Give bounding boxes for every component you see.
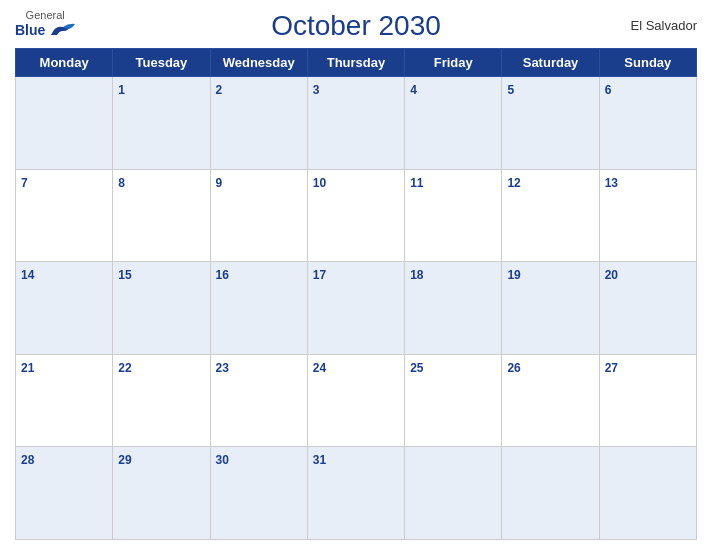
weekday-header-thursday: Thursday [307,49,404,77]
day-number: 7 [21,176,28,190]
calendar-cell: 17 [307,262,404,355]
day-number: 16 [216,268,229,282]
day-number: 24 [313,361,326,375]
calendar-cell: 18 [405,262,502,355]
calendar-cell: 10 [307,169,404,262]
calendar-cell: 4 [405,77,502,170]
weekday-header-friday: Friday [405,49,502,77]
calendar-cell: 3 [307,77,404,170]
country-label: El Salvador [631,18,697,33]
day-number: 6 [605,83,612,97]
calendar-cell: 27 [599,354,696,447]
calendar-cell: 12 [502,169,599,262]
day-number: 15 [118,268,131,282]
day-number: 25 [410,361,423,375]
day-number: 27 [605,361,618,375]
calendar-cell [16,77,113,170]
weekday-header-saturday: Saturday [502,49,599,77]
calendar-cell: 31 [307,447,404,540]
calendar-cell: 19 [502,262,599,355]
logo-blue-text: Blue [15,23,45,37]
day-number: 11 [410,176,423,190]
day-number: 3 [313,83,320,97]
day-number: 14 [21,268,34,282]
calendar-cell: 1 [113,77,210,170]
calendar-cell: 30 [210,447,307,540]
calendar-cell: 24 [307,354,404,447]
weekday-header-monday: Monday [16,49,113,77]
calendar-cell: 5 [502,77,599,170]
calendar-cell: 26 [502,354,599,447]
calendar-cell: 6 [599,77,696,170]
calendar-week-row: 78910111213 [16,169,697,262]
day-number: 9 [216,176,223,190]
calendar-cell: 2 [210,77,307,170]
calendar-cell: 21 [16,354,113,447]
day-number: 19 [507,268,520,282]
calendar-cell: 16 [210,262,307,355]
day-number: 20 [605,268,618,282]
calendar-cell: 14 [16,262,113,355]
calendar-cell [502,447,599,540]
calendar-header: General Blue October 2030 El Salvador [15,10,697,42]
calendar-cell: 13 [599,169,696,262]
logo: General Blue [15,10,75,39]
day-number: 18 [410,268,423,282]
calendar-cell: 15 [113,262,210,355]
day-number: 30 [216,453,229,467]
day-number: 1 [118,83,125,97]
calendar-cell [405,447,502,540]
day-number: 17 [313,268,326,282]
day-number: 28 [21,453,34,467]
calendar-cell: 28 [16,447,113,540]
month-title: October 2030 [271,10,441,42]
day-number: 12 [507,176,520,190]
day-number: 26 [507,361,520,375]
calendar-table: MondayTuesdayWednesdayThursdayFridaySatu… [15,48,697,540]
calendar-cell: 20 [599,262,696,355]
calendar-container: General Blue October 2030 El Salvador Mo… [0,0,712,550]
day-number: 4 [410,83,417,97]
calendar-cell [599,447,696,540]
calendar-cell: 22 [113,354,210,447]
weekday-header-tuesday: Tuesday [113,49,210,77]
logo-bird-icon [47,21,75,39]
day-number: 8 [118,176,125,190]
day-number: 13 [605,176,618,190]
calendar-week-row: 21222324252627 [16,354,697,447]
weekday-header-sunday: Sunday [599,49,696,77]
calendar-week-row: 123456 [16,77,697,170]
calendar-cell: 7 [16,169,113,262]
day-number: 10 [313,176,326,190]
day-number: 2 [216,83,223,97]
day-number: 23 [216,361,229,375]
day-number: 5 [507,83,514,97]
day-number: 21 [21,361,34,375]
logo-general-text: General [26,10,65,21]
calendar-cell: 29 [113,447,210,540]
calendar-cell: 8 [113,169,210,262]
calendar-cell: 9 [210,169,307,262]
day-number: 31 [313,453,326,467]
weekday-header-wednesday: Wednesday [210,49,307,77]
calendar-cell: 23 [210,354,307,447]
day-number: 22 [118,361,131,375]
day-number: 29 [118,453,131,467]
weekday-header-row: MondayTuesdayWednesdayThursdayFridaySatu… [16,49,697,77]
calendar-week-row: 28293031 [16,447,697,540]
calendar-week-row: 14151617181920 [16,262,697,355]
calendar-cell: 11 [405,169,502,262]
calendar-cell: 25 [405,354,502,447]
